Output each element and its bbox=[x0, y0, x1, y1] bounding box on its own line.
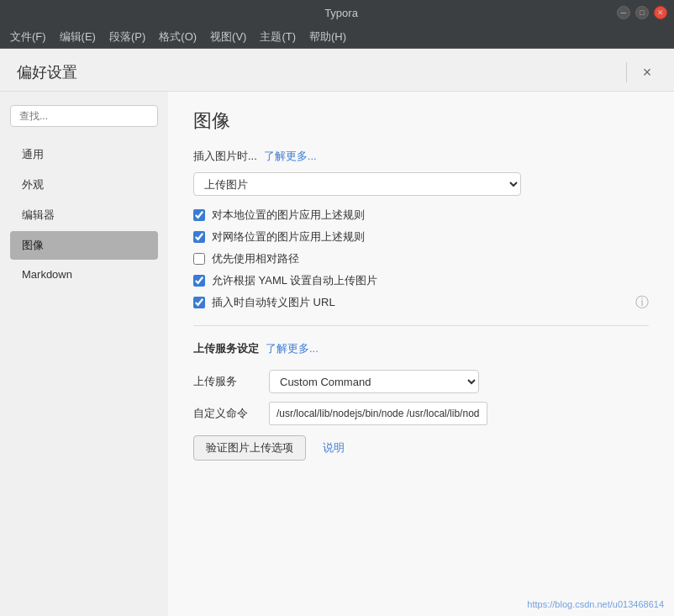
section-divider bbox=[193, 325, 649, 326]
insert-image-dropdown[interactable]: 上传图片 复制到当前文件夹 复制到指定路径 不做任何操作 bbox=[193, 172, 521, 196]
sidebar-item-appearance[interactable]: 外观 bbox=[10, 171, 158, 199]
upload-service-dropdown[interactable]: Custom Command PicGo (app) iPic uPic bbox=[269, 370, 479, 393]
main-window: 偏好设置 × 通用 外观 编辑器 图像 Markdown 图像 插入图片时...… bbox=[0, 49, 674, 616]
sidebar-item-markdown[interactable]: Markdown bbox=[10, 261, 158, 287]
close-button-titlebar[interactable]: ✕ bbox=[654, 6, 667, 19]
menu-theme[interactable]: 主题(T) bbox=[253, 26, 303, 48]
custom-command-input[interactable] bbox=[269, 402, 487, 425]
checkbox-relative-path-label: 优先使用相对路径 bbox=[212, 251, 299, 266]
checkbox-local[interactable] bbox=[193, 209, 205, 221]
upload-service-row: 上传服务 Custom Command PicGo (app) iPic uPi… bbox=[193, 370, 649, 393]
header-right: × bbox=[626, 62, 657, 82]
checkbox-row-3: 优先使用相对路径 bbox=[193, 251, 649, 266]
main-content-panel: 图像 插入图片时... 了解更多... 上传图片 复制到当前文件夹 复制到指定路… bbox=[168, 92, 674, 616]
pref-header: 偏好设置 × bbox=[0, 49, 674, 92]
title-bar: Typora ─ □ ✕ bbox=[0, 0, 674, 25]
checkbox-row-5: 插入时自动转义图片 URL ⓘ bbox=[193, 295, 649, 310]
menu-view[interactable]: 视图(V) bbox=[203, 26, 253, 48]
learn-more-link-upload[interactable]: 了解更多... bbox=[266, 341, 319, 356]
checkbox-network[interactable] bbox=[193, 231, 205, 243]
checkbox-escape-url[interactable] bbox=[193, 297, 205, 308]
insert-image-text: 插入图片时... bbox=[193, 149, 257, 164]
watermark: https://blog.csdn.net/u013468614 bbox=[527, 599, 664, 609]
checkbox-escape-url-label: 插入时自动转义图片 URL bbox=[212, 295, 335, 310]
sidebar: 通用 外观 编辑器 图像 Markdown bbox=[0, 92, 168, 616]
upload-section-label: 上传服务设定 bbox=[193, 341, 259, 356]
checkbox-row-4: 允许根据 YAML 设置自动上传图片 bbox=[193, 273, 649, 288]
sidebar-item-image[interactable]: 图像 bbox=[10, 231, 158, 260]
upload-section-header: 上传服务设定 了解更多... bbox=[193, 341, 649, 356]
sidebar-item-editor[interactable]: 编辑器 bbox=[10, 201, 158, 229]
button-row: 验证图片上传选项 说明 bbox=[193, 435, 649, 461]
checkbox-yaml-label: 允许根据 YAML 设置自动上传图片 bbox=[212, 273, 377, 288]
sidebar-item-general[interactable]: 通用 bbox=[10, 140, 158, 169]
checkbox-row-2: 对网络位置的图片应用上述规则 bbox=[193, 229, 649, 245]
upload-service-label: 上传服务 bbox=[193, 374, 261, 389]
search-input[interactable] bbox=[10, 105, 158, 127]
checkbox-local-label: 对本地位置的图片应用上述规则 bbox=[212, 208, 365, 223]
minimize-button[interactable]: ─ bbox=[617, 6, 630, 19]
pref-title: 偏好设置 bbox=[17, 62, 77, 82]
menu-format[interactable]: 格式(O) bbox=[152, 26, 203, 48]
content-area: 通用 外观 编辑器 图像 Markdown 图像 插入图片时... 了解更多..… bbox=[0, 92, 674, 616]
section-title: 图像 bbox=[193, 108, 649, 134]
maximize-button[interactable]: □ bbox=[635, 6, 649, 19]
checkbox-relative-path[interactable] bbox=[193, 253, 205, 265]
window-controls: ─ □ ✕ bbox=[617, 6, 667, 19]
menu-bar: 文件(F) 编辑(E) 段落(P) 格式(O) 视图(V) 主题(T) 帮助(H… bbox=[0, 25, 674, 49]
header-divider bbox=[626, 62, 627, 82]
help-icon[interactable]: ⓘ bbox=[635, 294, 649, 312]
verify-button[interactable]: 验证图片上传选项 bbox=[193, 435, 306, 461]
custom-command-label: 自定义命令 bbox=[193, 406, 261, 421]
checkbox-network-label: 对网络位置的图片应用上述规则 bbox=[212, 229, 365, 245]
custom-command-row: 自定义命令 bbox=[193, 402, 649, 425]
menu-edit[interactable]: 编辑(E) bbox=[53, 26, 103, 48]
close-button[interactable]: × bbox=[637, 62, 657, 82]
learn-more-link-insert[interactable]: 了解更多... bbox=[264, 149, 317, 164]
menu-help[interactable]: 帮助(H) bbox=[303, 26, 353, 48]
checkbox-row-1: 对本地位置的图片应用上述规则 bbox=[193, 208, 649, 223]
checkbox-yaml[interactable] bbox=[193, 275, 205, 287]
explain-link[interactable]: 说明 bbox=[323, 440, 345, 455]
app-title: Typora bbox=[66, 7, 617, 19]
insert-image-label: 插入图片时... 了解更多... bbox=[193, 149, 649, 164]
menu-file[interactable]: 文件(F) bbox=[3, 26, 53, 48]
menu-paragraph[interactable]: 段落(P) bbox=[103, 26, 152, 48]
